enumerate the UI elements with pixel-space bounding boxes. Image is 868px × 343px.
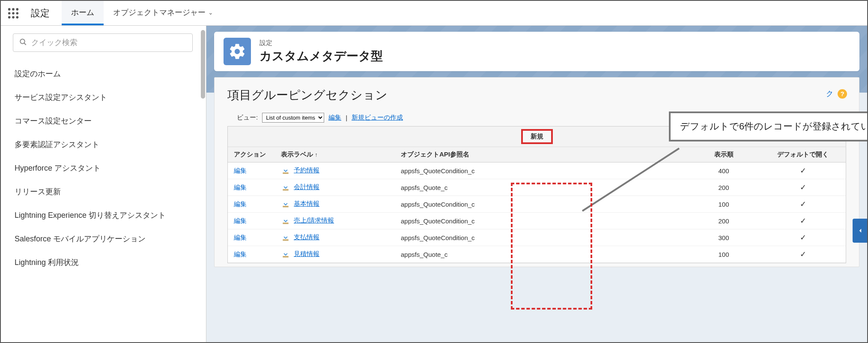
new-button[interactable]: 新規 bbox=[521, 129, 553, 144]
search-icon bbox=[19, 38, 27, 47]
tab-home-label: ホーム bbox=[71, 7, 94, 18]
record-default-open: ✓ bbox=[760, 246, 846, 263]
main-content: デフォルトで6件のレコードが登録されています。 設定 カスタムメタデータ型 ク … bbox=[206, 26, 867, 342]
edit-link[interactable]: 編集 bbox=[234, 184, 247, 191]
sidebar-item-5[interactable]: リリース更新 bbox=[13, 180, 201, 204]
record-order: 200 bbox=[687, 213, 760, 229]
sidebar-item-label: 多要素認証アシスタント bbox=[15, 140, 99, 149]
svg-point-5 bbox=[16, 12, 19, 15]
edit-link[interactable]: 編集 bbox=[234, 234, 247, 241]
svg-point-2 bbox=[16, 8, 19, 10]
table-row: 編集売上/請求情報appsfs_QuoteCondition_c200✓ bbox=[228, 213, 846, 229]
help-icon[interactable]: ? bbox=[838, 89, 847, 99]
view-select[interactable]: List of custom items bbox=[262, 113, 324, 123]
table-row: 編集会計情報appsfs_Quote_c200✓ bbox=[228, 179, 846, 196]
edit-link[interactable]: 編集 bbox=[234, 217, 247, 224]
svg-point-7 bbox=[12, 16, 15, 18]
record-api: appsfs_QuoteCondition_c bbox=[395, 229, 687, 246]
scrollbar-thumb[interactable] bbox=[201, 30, 205, 99]
svg-point-4 bbox=[12, 12, 15, 15]
section-title: 項目グルーピングセクション bbox=[227, 87, 846, 103]
svg-rect-15 bbox=[283, 223, 288, 224]
col-action[interactable]: アクション bbox=[228, 147, 275, 162]
annotation-callout: デフォルトで6件のレコードが登録されています。 bbox=[669, 111, 868, 141]
svg-point-9 bbox=[20, 39, 25, 44]
sort-asc-icon: ↑ bbox=[315, 151, 318, 158]
record-default-open: ✓ bbox=[760, 229, 846, 246]
download-icon[interactable] bbox=[281, 217, 290, 225]
sidebar-item-label: Salesforce モバイルアプリケーション bbox=[15, 235, 146, 243]
quick-find-search[interactable] bbox=[13, 33, 193, 52]
sidebar-item-1[interactable]: サービス設定アシスタント bbox=[13, 86, 201, 109]
svg-rect-16 bbox=[283, 239, 288, 241]
svg-point-3 bbox=[8, 12, 11, 15]
edit-view-link[interactable]: 編集 bbox=[328, 114, 341, 122]
sidebar-item-label: Lightning Experience 切り替えアシスタント bbox=[15, 211, 166, 220]
sidebar-item-label: コマース設定センター bbox=[15, 117, 92, 125]
tab-object-manager[interactable]: オブジェクトマネージャー ⌄ bbox=[104, 1, 223, 25]
col-default-open[interactable]: デフォルトで開く bbox=[760, 147, 846, 162]
view-label: ビュー: bbox=[237, 114, 258, 122]
table-row: 編集予約情報appsfs_QuoteCondition_c400✓ bbox=[228, 162, 846, 179]
sidebar-item-label: リリース更新 bbox=[15, 187, 61, 196]
sidebar-item-2[interactable]: コマース設定センター bbox=[13, 109, 201, 133]
record-default-open: ✓ bbox=[760, 179, 846, 196]
record-default-open: ✓ bbox=[760, 162, 846, 179]
col-order[interactable]: 表示順 bbox=[687, 147, 760, 162]
record-label-link[interactable]: 支払情報 bbox=[294, 233, 319, 241]
sidebar-item-3[interactable]: 多要素認証アシスタント bbox=[13, 133, 201, 156]
record-label-link[interactable]: 予約情報 bbox=[294, 166, 319, 174]
record-api: appsfs_Quote_c bbox=[395, 179, 687, 196]
edit-link[interactable]: 編集 bbox=[234, 250, 247, 258]
record-label-link[interactable]: 見積情報 bbox=[294, 250, 319, 257]
table-row: 編集見積情報appsfs_Quote_c100✓ bbox=[228, 246, 846, 263]
table-row: 編集支払情報appsfs_QuoteCondition_c300✓ bbox=[228, 229, 846, 246]
app-launcher-button[interactable] bbox=[1, 1, 26, 25]
page-header: 設定 カスタムメタデータ型 bbox=[214, 32, 859, 71]
tab-object-manager-label: オブジェクトマネージャー bbox=[113, 7, 206, 18]
record-api: appsfs_QuoteCondition_c bbox=[395, 213, 687, 229]
record-label-link[interactable]: 基本情報 bbox=[294, 200, 319, 207]
edit-link[interactable]: 編集 bbox=[234, 167, 247, 174]
svg-point-6 bbox=[8, 16, 11, 18]
svg-rect-13 bbox=[283, 189, 288, 190]
record-label-link[interactable]: 会計情報 bbox=[294, 183, 319, 190]
record-api: appsfs_Quote_c bbox=[395, 246, 687, 263]
svg-point-8 bbox=[16, 16, 19, 18]
sidebar-item-7[interactable]: Salesforce モバイルアプリケーション bbox=[13, 227, 201, 251]
sidebar-item-0[interactable]: 設定のホーム bbox=[13, 62, 201, 86]
sidebar-item-4[interactable]: Hyperforce アシスタント bbox=[13, 156, 201, 180]
record-api: appsfs_QuoteCondition_c bbox=[395, 162, 687, 179]
app-name: 設定 bbox=[26, 1, 62, 25]
help-link-icon[interactable]: ク bbox=[826, 89, 833, 99]
sidebar-item-6[interactable]: Lightning Experience 切り替えアシスタント bbox=[13, 204, 201, 227]
svg-rect-17 bbox=[283, 256, 288, 257]
record-api: appsfs_QuoteCondition_c bbox=[395, 196, 687, 213]
download-icon[interactable] bbox=[281, 233, 290, 242]
edit-link[interactable]: 編集 bbox=[234, 200, 247, 208]
record-order: 300 bbox=[687, 229, 760, 246]
record-default-open: ✓ bbox=[760, 196, 846, 213]
svg-line-10 bbox=[24, 43, 26, 45]
col-api[interactable]: オブジェクトAPI参照名 bbox=[395, 147, 687, 162]
gear-icon bbox=[224, 38, 251, 65]
expand-panel-tab[interactable] bbox=[853, 219, 868, 243]
col-label[interactable]: 表示ラベル ↑ bbox=[275, 147, 395, 162]
create-view-link[interactable]: 新規ビューの作成 bbox=[352, 114, 403, 122]
quick-find-input[interactable] bbox=[31, 38, 186, 47]
page-title: カスタムメタデータ型 bbox=[260, 48, 383, 64]
sidebar-item-label: 設定のホーム bbox=[15, 69, 61, 78]
download-icon[interactable] bbox=[281, 250, 290, 259]
download-icon[interactable] bbox=[281, 200, 290, 208]
record-order: 100 bbox=[687, 246, 760, 263]
record-label-link[interactable]: 売上/請求情報 bbox=[294, 217, 334, 224]
records-table: アクション 表示ラベル ↑ オブジェクトAPI参照名 表示順 デフォルトで開く … bbox=[228, 147, 846, 263]
record-order: 100 bbox=[687, 196, 760, 213]
svg-rect-12 bbox=[283, 172, 288, 174]
sidebar-item-label: Lightning 利用状況 bbox=[15, 258, 79, 267]
download-icon[interactable] bbox=[281, 166, 290, 175]
tab-home[interactable]: ホーム bbox=[62, 1, 104, 25]
download-icon[interactable] bbox=[281, 183, 290, 192]
table-row: 編集基本情報appsfs_QuoteCondition_c100✓ bbox=[228, 196, 846, 213]
sidebar-item-8[interactable]: Lightning 利用状況 bbox=[13, 251, 201, 274]
